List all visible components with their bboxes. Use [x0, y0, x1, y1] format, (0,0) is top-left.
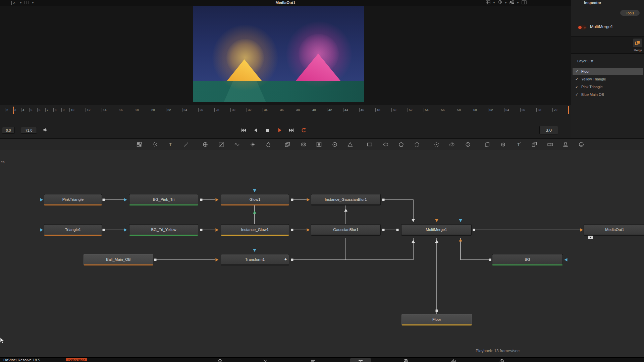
- color-corrector-tool-icon[interactable]: [202, 141, 209, 148]
- ruler-frame-label: 7: [45, 108, 48, 112]
- grid-view-icon[interactable]: [486, 0, 490, 6]
- page-media-icon[interactable]: [217, 359, 223, 362]
- channel-booleans-tool-icon[interactable]: [300, 141, 307, 148]
- camera-3d-tool-icon[interactable]: [547, 141, 553, 148]
- background-tool-icon[interactable]: [136, 141, 143, 148]
- loop-button[interactable]: [300, 126, 308, 134]
- layer-checkbox[interactable]: ✓: [575, 69, 581, 74]
- color-curves-tool-icon[interactable]: [218, 141, 225, 148]
- inspector-panel: Inspector Tools MultiMerge1 Merge Layer …: [571, 0, 644, 138]
- image-plane-3d-tool-icon[interactable]: [484, 141, 491, 148]
- merge-3d-tool-icon[interactable]: [531, 141, 538, 148]
- ruler-frame-label: 60: [472, 108, 477, 112]
- spot-light-3d-tool-icon[interactable]: [562, 141, 569, 148]
- node-Instance_GaussianBlur1[interactable]: Instance_GaussianBlur1: [311, 194, 381, 205]
- layout-icon[interactable]: [522, 0, 527, 6]
- node-BG_Pink_Tri[interactable]: BG_Pink_Tri: [129, 194, 198, 205]
- stop-button[interactable]: [263, 126, 271, 134]
- options-ellipsis-icon[interactable]: ···: [530, 0, 534, 5]
- brightness-contrast-tool-icon[interactable]: [250, 141, 256, 148]
- dropdown-icon[interactable]: ▾: [493, 1, 495, 4]
- page-fusion-icon[interactable]: [358, 359, 363, 362]
- bspline-mask-tool-icon[interactable]: [414, 141, 420, 148]
- go-to-end-button[interactable]: [287, 126, 296, 134]
- node-BG[interactable]: BG: [492, 254, 563, 265]
- ruler-frame-label: 22: [166, 108, 171, 112]
- range-end-field[interactable]: 71.0: [21, 127, 37, 134]
- page-cut-icon[interactable]: [263, 359, 268, 362]
- layer-name: Pink Triangle: [581, 85, 603, 89]
- viewer-header: A▾▾ MediaOut1 ▾▾▾···: [0, 0, 571, 6]
- dropdown-icon[interactable]: ▾: [517, 1, 519, 4]
- node-editor[interactable]: es Playback: 13 frames/sec PinkTriangleB…: [0, 150, 644, 357]
- audio-mute-icon[interactable]: [43, 127, 49, 134]
- ruler-frame-label: 8: [53, 108, 56, 112]
- node-Floor[interactable]: Floor: [401, 314, 472, 325]
- page-deliver-icon[interactable]: [499, 359, 504, 362]
- current-frame-field[interactable]: 3.0: [539, 126, 558, 134]
- toggle-dot2-icon: [584, 27, 586, 28]
- blur-tool-icon[interactable]: [265, 141, 272, 148]
- ruler-frame-label: 9: [61, 108, 64, 112]
- page-edit-icon[interactable]: [311, 359, 316, 362]
- chroma-keyer-tool-icon[interactable]: [331, 141, 338, 148]
- particle-merge-tool-icon[interactable]: [448, 141, 455, 148]
- layer-row-floor[interactable]: ✓Floor: [573, 68, 643, 75]
- layer-name: Yellow Triangle: [581, 77, 606, 81]
- tab-tools[interactable]: Tools: [620, 10, 640, 16]
- merge-tool-icon[interactable]: [284, 141, 291, 148]
- rectangle-mask-tool-icon[interactable]: [366, 141, 373, 148]
- shape-3d-tool-icon[interactable]: [500, 141, 506, 148]
- node-Glow1[interactable]: Glow1: [221, 194, 289, 205]
- dropdown-icon[interactable]: ▾: [505, 1, 506, 4]
- ellipse-mask-tool-icon[interactable]: [382, 141, 389, 148]
- text-plus-tool-icon[interactable]: T: [167, 141, 174, 148]
- layer-row-blue-main-ob[interactable]: ✓Blue Main OB: [573, 91, 643, 98]
- ruler-frame-label: 12: [86, 108, 91, 112]
- node-Triangle1[interactable]: Triangle1: [44, 224, 102, 236]
- layer-checkbox[interactable]: ✓: [575, 93, 581, 97]
- layer-row-yellow-triangle[interactable]: ✓Yellow Triangle: [573, 75, 643, 83]
- particle-emitter-tool-icon[interactable]: [433, 141, 440, 148]
- layer-checkbox[interactable]: ✓: [575, 85, 581, 89]
- ruler-frame-label: 18: [134, 108, 139, 112]
- ruler-frame-label: 20: [150, 108, 155, 112]
- node-MultiMerge1[interactable]: MultiMerge1: [401, 224, 472, 236]
- play-button[interactable]: [275, 126, 283, 134]
- text-3d-tool-icon[interactable]: T: [516, 141, 522, 148]
- page-color-icon[interactable]: [403, 359, 409, 362]
- hue-curves-tool-icon[interactable]: [234, 141, 240, 148]
- node-PinkTriangle[interactable]: PinkTriangle: [44, 194, 102, 205]
- color-gamut-icon[interactable]: [498, 0, 502, 6]
- matte-control-tool-icon[interactable]: [316, 141, 322, 148]
- fast-noise-tool-icon[interactable]: [152, 141, 158, 148]
- node-GaussianBlur1[interactable]: GaussianBlur1: [311, 224, 381, 236]
- polygon-mask-tool-icon[interactable]: [398, 141, 405, 148]
- play-reverse-button[interactable]: [251, 126, 259, 134]
- node-Instance_Glow1[interactable]: Instance_Glow1: [221, 224, 289, 236]
- tab-merge-icon[interactable]: [633, 39, 642, 47]
- renderer-3d-tool-icon[interactable]: [578, 141, 585, 148]
- particle-render-tool-icon[interactable]: [465, 141, 471, 148]
- page-fairlight-icon[interactable]: [451, 359, 456, 362]
- node-Ball_Main_OB[interactable]: Ball_Main_OB: [84, 254, 153, 265]
- ruler-frame-label: 70: [552, 108, 557, 112]
- ruler-frame-label: 5: [29, 108, 32, 112]
- ruler-frame-label: 52: [408, 108, 413, 112]
- mouse-cursor-icon: [0, 338, 4, 345]
- svg-text:T: T: [169, 142, 172, 147]
- layer-row-pink-triangle[interactable]: ✓Pink Triangle: [573, 83, 643, 90]
- layer-checkbox[interactable]: ✓: [575, 77, 581, 81]
- node-MediaOut1[interactable]: MediaOut1: [584, 224, 644, 236]
- go-to-start-button[interactable]: [239, 126, 247, 134]
- ruler-frame-label: 4: [21, 108, 24, 112]
- node-BG_Tri_Yellow[interactable]: BG_Tri_Yellow: [129, 224, 198, 236]
- node-enable-toggle[interactable]: [578, 25, 587, 29]
- range-start-field[interactable]: 0.0: [2, 127, 15, 134]
- paint-tool-icon[interactable]: [183, 141, 190, 148]
- delta-keyer-tool-icon[interactable]: [347, 141, 354, 148]
- tile-view-icon[interactable]: [509, 0, 514, 6]
- timeline-ruler[interactable]: 2345678910121416182022242628303234363840…: [0, 106, 571, 115]
- node-label: Ball_Main_OB: [106, 257, 131, 261]
- node-Transform1[interactable]: Transform1◆: [221, 254, 289, 265]
